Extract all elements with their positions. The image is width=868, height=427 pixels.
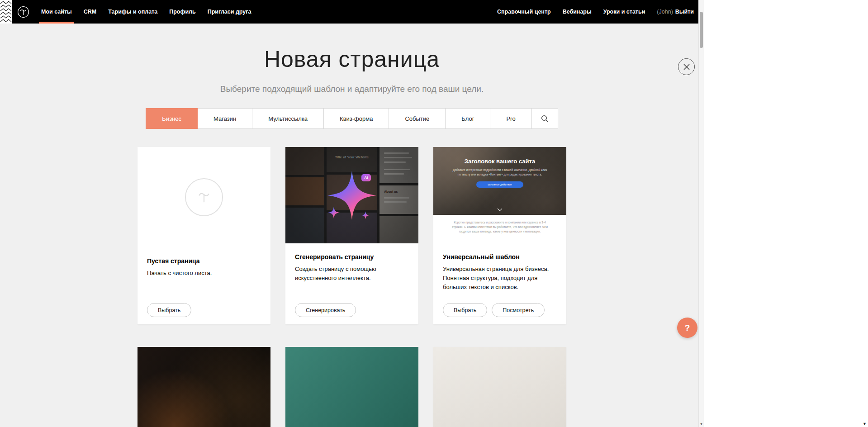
- page-title: Новая страница: [0, 46, 704, 72]
- close-icon: [683, 64, 690, 70]
- preview-body-section: Коротко представьтесь и расскажите о ком…: [433, 215, 566, 243]
- universal-preview: Заголовок вашего сайта Добавьте интересн…: [433, 147, 566, 243]
- card-text-block: Сгенерировать страницу Создать страницу …: [285, 243, 418, 283]
- preview-heading: Заголовок вашего сайта: [433, 147, 566, 165]
- nav-item-crm[interactable]: CRM: [84, 0, 96, 24]
- logout-label: Выйти: [675, 9, 694, 15]
- vertical-scrollbar[interactable]: ▼: [698, 0, 704, 427]
- template-card-ai-generate[interactable]: Title of Your Website About us: [285, 147, 418, 324]
- template-grid: Пустая страница Начать с чистого листа. …: [138, 147, 566, 427]
- preview-cta-button: основное действие: [476, 181, 523, 188]
- scrollbar-down-arrow[interactable]: ▼: [699, 422, 704, 426]
- tab-pro[interactable]: Pro: [490, 108, 531, 129]
- template-category-tabs: Бизнес Магазин Мультиссылка Квиз-форма С…: [146, 108, 558, 129]
- card-buttons: Выбрать: [147, 303, 191, 317]
- nav-item-my-sites[interactable]: Мои сайты: [41, 0, 72, 24]
- tab-search[interactable]: [532, 108, 558, 129]
- page-subtitle: Выберите подходящий шаблон и адаптируйте…: [0, 84, 704, 94]
- card-text-block: Пустая страница Начать с чистого листа.: [138, 247, 270, 278]
- tilda-watermark-icon: [185, 178, 223, 216]
- navbar-main-menu: Мои сайты CRM Тарифы и оплата Профиль Пр…: [41, 0, 263, 24]
- nav-item-help-center[interactable]: Справочный центр: [497, 0, 551, 24]
- card-title: Универсальный шаблон: [443, 253, 557, 261]
- nav-item-profile[interactable]: Профиль: [169, 0, 196, 24]
- tab-business[interactable]: Бизнес: [146, 108, 198, 129]
- card-text-block: Универсальный шаблон Универсальная стран…: [433, 243, 566, 292]
- generate-button[interactable]: Сгенерировать: [295, 303, 356, 317]
- ai-badge: AI: [361, 174, 371, 181]
- blank-preview: [138, 147, 270, 247]
- view-universal-button[interactable]: Посмотреть: [492, 303, 545, 317]
- chevron-down-icon: [497, 208, 503, 211]
- navbar-secondary-menu: Справочный центр Вебинары Уроки и статьи…: [485, 0, 694, 24]
- search-icon: [541, 115, 549, 123]
- card-description: Универсальная страница для бизнеса. Поня…: [443, 265, 557, 292]
- preview-body-text: Коротко представьтесь и расскажите о ком…: [450, 215, 550, 234]
- app-viewport: Мои сайты CRM Тарифы и оплата Профиль Пр…: [0, 0, 704, 427]
- tilda-logo-icon[interactable]: [17, 6, 29, 18]
- tab-quiz-form[interactable]: Квиз-форма: [324, 108, 389, 129]
- tab-blog[interactable]: Блог: [446, 108, 490, 129]
- choose-universal-button[interactable]: Выбрать: [443, 303, 487, 317]
- close-button[interactable]: [678, 58, 695, 75]
- tab-multilink[interactable]: Мультиссылка: [252, 108, 324, 129]
- outer-scroll-down-arrow[interactable]: ▼: [863, 422, 867, 426]
- template-card-universal[interactable]: Заголовок вашего сайта Добавьте интересн…: [433, 147, 566, 324]
- card-title: Пустая страница: [147, 257, 261, 265]
- choose-blank-button[interactable]: Выбрать: [147, 303, 191, 317]
- tab-event[interactable]: Событие: [389, 108, 446, 129]
- template-card-partial-1[interactable]: [138, 347, 270, 427]
- ai-sparkle-icon: [316, 159, 388, 232]
- template-card-blank[interactable]: Пустая страница Начать с чистого листа. …: [138, 147, 270, 324]
- card-description: Начать с чистого листа.: [147, 269, 261, 278]
- nav-item-logout[interactable]: (John) Выйти: [657, 0, 694, 24]
- template-preview-image: [433, 347, 566, 427]
- template-card-partial-2[interactable]: [285, 347, 418, 427]
- card-buttons: Сгенерировать: [295, 303, 356, 317]
- template-chooser: Новая страница Выберите подходящий шабло…: [0, 46, 704, 427]
- help-chat-button[interactable]: ?: [677, 318, 697, 338]
- card-description: Создать страницу с помощью искусственног…: [295, 265, 409, 283]
- nav-item-pricing[interactable]: Тарифы и оплата: [108, 0, 157, 24]
- tab-store[interactable]: Магазин: [198, 108, 252, 129]
- template-card-partial-3[interactable]: [433, 347, 566, 427]
- template-preview-image: [138, 347, 270, 427]
- card-buttons: Выбрать Посмотреть: [443, 303, 545, 317]
- screen: { "colors": { "accent": "#f0876a", "nav_…: [0, 0, 868, 427]
- nav-item-webinars[interactable]: Вебинары: [563, 0, 592, 24]
- zigzag-decoration: [0, 0, 12, 24]
- preview-hero-section: Заголовок вашего сайта Добавьте интересн…: [433, 147, 566, 215]
- card-title: Сгенерировать страницу: [295, 253, 409, 261]
- template-preview-image: [285, 347, 418, 427]
- scrollbar-thumb[interactable]: [700, 12, 703, 48]
- nav-item-invite-friend[interactable]: Пригласи друга: [208, 0, 251, 24]
- zigzag-pattern-icon: [0, 0, 12, 24]
- user-name-label: (John): [657, 9, 673, 15]
- ai-preview: Title of Your Website About us: [285, 147, 418, 243]
- preview-subtext: Добавьте интересные подробности о вашей …: [452, 168, 547, 177]
- top-navbar: Мои сайты CRM Тарифы и оплата Профиль Пр…: [0, 0, 704, 24]
- nav-item-lessons[interactable]: Уроки и статьи: [603, 0, 645, 24]
